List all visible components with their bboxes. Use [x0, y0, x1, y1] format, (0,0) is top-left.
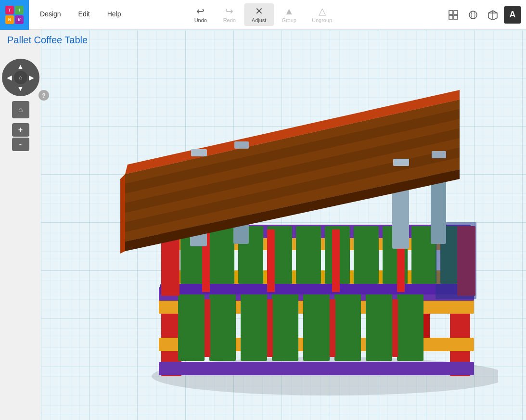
group-button[interactable]: ▲ Group [274, 3, 304, 26]
svg-rect-30 [330, 299, 335, 357]
zoom-controls: + - [12, 123, 29, 151]
cube-view-button[interactable] [484, 6, 501, 24]
svg-rect-2 [449, 15, 453, 19]
ungroup-button[interactable]: △ Ungroup [304, 3, 340, 26]
group-icon: ▲ [284, 6, 294, 16]
nav-help[interactable]: Help [99, 0, 130, 29]
svg-rect-29 [267, 299, 273, 357]
logo-i: I [15, 6, 24, 14]
adjust-button[interactable]: ✕ Adjust [244, 3, 274, 26]
svg-rect-27 [397, 289, 423, 361]
svg-rect-0 [449, 11, 453, 14]
redo-label: Redo [223, 17, 236, 23]
svg-rect-26 [366, 289, 392, 361]
zoom-in-button[interactable]: + [12, 123, 29, 137]
sphere-view-button[interactable] [464, 6, 482, 24]
logo-k: K [15, 15, 24, 24]
svg-rect-40 [296, 226, 321, 284]
undo-button[interactable]: ↩ Undo [186, 3, 215, 26]
svg-rect-68 [191, 149, 207, 156]
redo-button[interactable]: ↪ Redo [215, 3, 244, 26]
account-button[interactable]: A [504, 6, 521, 24]
grid-view-button[interactable] [445, 6, 462, 24]
svg-point-5 [471, 11, 475, 19]
group-label: Group [282, 17, 296, 23]
svg-rect-31 [392, 299, 398, 357]
table-3d-model[interactable] [65, 30, 498, 420]
svg-rect-24 [303, 289, 330, 361]
nav-up[interactable]: ▲ [15, 61, 26, 72]
svg-rect-71 [432, 151, 446, 158]
logo-t: T [5, 6, 14, 14]
help-button[interactable]: ? [38, 90, 49, 101]
svg-rect-49 [267, 229, 275, 292]
left-panel: ▲ ▼ ◀ ▶ ⌂ ⌂ + - [0, 30, 41, 420]
ungroup-icon: △ [319, 6, 326, 16]
svg-rect-1 [454, 11, 458, 14]
redo-icon: ↪ [225, 6, 233, 16]
svg-rect-50 [332, 229, 340, 292]
nav-cube-container: ▲ ▼ ◀ ▶ ⌂ ⌂ + - [0, 59, 41, 151]
svg-rect-25 [334, 289, 361, 361]
toolbar-center: ↩ Undo ↪ Redo ✕ Adjust ▲ Group △ Ungroup [186, 3, 340, 26]
svg-rect-69 [393, 159, 409, 166]
nav-design[interactable]: Design [31, 0, 70, 29]
undo-label: Undo [194, 17, 207, 23]
svg-rect-42 [354, 226, 379, 284]
project-title: Pallet Coffee Table [7, 35, 88, 46]
main-area: Pallet Coffee Table ? ▲ ▼ ◀ ▶ ⌂ ⌂ + - [0, 30, 526, 420]
nav-edit[interactable]: Edit [70, 0, 99, 29]
ungroup-label: Ungroup [312, 17, 332, 23]
svg-rect-19 [159, 362, 474, 375]
nav-menu: Design Edit Help [31, 0, 130, 29]
nav-left[interactable]: ◀ [4, 72, 15, 83]
svg-rect-28 [205, 299, 210, 357]
nav-down[interactable]: ▼ [15, 83, 26, 94]
svg-point-4 [469, 11, 477, 19]
logo[interactable]: T I N K [0, 0, 29, 30]
canvas-area[interactable] [41, 30, 526, 420]
toolbar-right: A [445, 6, 526, 24]
svg-marker-67 [120, 174, 125, 254]
svg-rect-70 [234, 141, 249, 149]
svg-rect-21 [209, 289, 236, 361]
home-button[interactable]: ⌂ [12, 101, 29, 118]
undo-icon: ↩ [196, 6, 205, 16]
topbar: T I N K Design Edit Help ↩ Undo ↪ Redo ✕… [0, 0, 526, 30]
nav-arrow-pad: ▲ ▼ ◀ ▶ ⌂ [2, 59, 39, 96]
svg-rect-22 [241, 289, 267, 361]
adjust-label: Adjust [252, 17, 267, 23]
nav-right[interactable]: ▶ [26, 72, 37, 83]
svg-rect-23 [272, 289, 298, 361]
svg-rect-37 [209, 226, 234, 284]
zoom-out-button[interactable]: - [12, 138, 29, 151]
svg-rect-20 [178, 289, 205, 361]
logo-n: N [5, 15, 14, 24]
nav-center[interactable]: ⌂ [14, 71, 27, 84]
svg-rect-3 [454, 15, 458, 19]
adjust-icon: ✕ [255, 6, 263, 16]
